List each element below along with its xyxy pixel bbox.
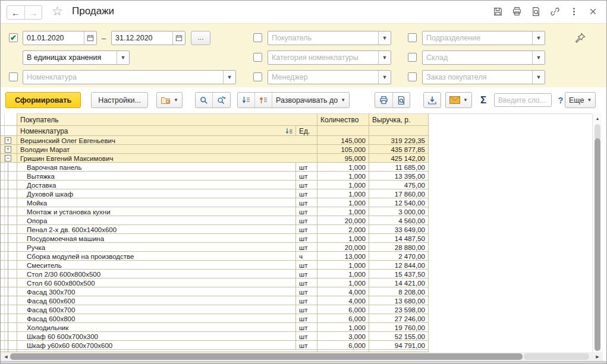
nomenclature-checkbox[interactable] [9,72,18,81]
item-qty-value[interactable]: 1,000 [317,181,369,189]
vertical-scrollbar[interactable]: ▲ [592,113,602,352]
forward-button[interactable]: → [24,6,42,19]
warehouse-checkbox[interactable] [408,53,417,62]
close-icon[interactable] [587,6,598,17]
item-qty-value[interactable]: 20,000 [317,216,369,225]
group-qty-value[interactable]: 95,000 [317,154,369,163]
vertical-scroll-thumb[interactable] [595,138,600,351]
item-qty-value[interactable]: 2,000 [317,225,369,234]
item-qty-value[interactable]: 1,000 [317,207,369,216]
manager-input[interactable] [268,71,378,84]
table-row-item[interactable]: Ручкашт20,00028 880,00 [1,243,429,252]
table-row-item[interactable]: Вытяжкашт1,00013 395,00 [1,172,429,181]
send-email-button[interactable]: ▼ [446,93,471,107]
item-name[interactable]: Вытяжка [17,172,296,181]
scroll-up-icon[interactable]: ▲ [593,115,602,123]
item-unit[interactable]: шт [296,234,317,243]
table-row-item[interactable]: Фасад 600х600шт4,00013 680,00 [1,296,429,305]
expand-plus-icon[interactable]: + [5,146,11,153]
chevron-down-icon[interactable]: ▼ [117,51,129,64]
item-name[interactable]: Опора [17,216,296,225]
table-row-item[interactable]: Шкаф у60х60 600х700х600шт6,00094 791,00 [1,341,429,350]
units-select-value[interactable]: В единицах хранения [23,51,117,64]
print-button[interactable] [375,93,392,107]
link-icon[interactable] [549,6,560,17]
item-name[interactable]: Духовой шкаф [17,189,296,198]
table-row-item[interactable]: Сборка модулей на производствеч13,0002 4… [1,252,429,261]
preview-icon[interactable] [530,6,541,17]
item-name[interactable]: Посудомоечная машина [17,234,296,243]
group-customer-name[interactable]: Гришин Евгений Максимович [17,154,317,163]
item-qty-value[interactable]: 1,000 [317,323,369,332]
table-row-item[interactable]: Холодильникшт1,00019 760,00 [1,323,429,332]
item-qty-value[interactable]: 4,000 [317,296,369,305]
group-qty-value[interactable]: 105,000 [317,145,369,154]
item-qty-value[interactable]: 1,000 [317,234,369,243]
item-name[interactable]: Сборка модулей на производстве [17,252,296,261]
item-revenue-value[interactable]: 33 649,00 [369,225,429,234]
item-name[interactable]: Холодильник [17,323,296,332]
item-revenue-value[interactable]: 27 246,00 [369,314,429,323]
item-revenue-value[interactable]: 14 487,50 [369,234,429,243]
item-revenue-value[interactable]: 94 791,00 [369,341,429,350]
chevron-down-icon[interactable]: ▼ [378,71,391,84]
table-row-item[interactable]: Стол 2/30 600х800х500шт1,00015 437,50 [1,270,429,278]
chevron-down-icon[interactable]: ▼ [223,71,235,84]
item-revenue-value[interactable]: 52 155,00 [369,332,429,341]
item-unit[interactable]: шт [296,243,317,252]
header-item[interactable]: Номенклатура [17,126,296,136]
save-icon[interactable] [492,6,503,17]
settings-button[interactable]: Настройки... [91,92,148,108]
item-qty-value[interactable]: 1,000 [317,278,369,287]
horizontal-scroll-thumb[interactable] [10,353,523,360]
sort-ascending-icon[interactable] [285,128,293,135]
item-name[interactable]: Пенал 2-х дв. 600х1400х600 [17,225,296,234]
favorite-star-icon[interactable]: ☆ [52,4,63,18]
table-row-item[interactable]: Фасад 300х700шт4,0008 208,00 [1,287,429,296]
period-from-input[interactable] [23,31,84,45]
generate-button[interactable]: Сформировать [5,92,81,108]
report-variants-button[interactable]: ▼ [157,93,182,107]
item-name[interactable]: Стол 60 600х800х500 [17,278,296,287]
item-qty-value[interactable]: 1,000 [317,163,369,172]
item-unit[interactable]: шт [296,341,317,350]
item-qty-value[interactable]: 6,000 [317,341,369,350]
item-unit[interactable]: шт [296,189,317,198]
item-revenue-value[interactable]: 13 395,00 [369,172,429,181]
manager-checkbox[interactable] [253,72,262,81]
table-row-group[interactable]: +Вершинский Олег Евгеньевич145,000319 22… [1,136,429,145]
item-revenue-value[interactable]: 23 598,00 [369,305,429,314]
order-input[interactable] [423,71,532,84]
department-input[interactable] [423,31,532,45]
item-unit[interactable]: шт [296,305,317,314]
item-revenue-value[interactable]: 4 560,00 [369,216,429,225]
customer-input[interactable] [268,31,378,45]
item-unit[interactable]: шт [296,314,317,323]
item-revenue-value[interactable]: 13 680,00 [369,296,429,305]
item-name[interactable]: Фасад 600х800 [17,314,296,323]
category-input[interactable] [268,51,378,64]
item-qty-value[interactable]: 6,000 [317,305,369,314]
item-qty-value[interactable]: 20,000 [317,243,369,252]
collapse-minus-icon[interactable]: − [5,155,11,162]
item-name[interactable]: Шкаф у60х60 600х700х600 [17,341,296,350]
more-icon[interactable] [568,6,579,17]
item-revenue-value[interactable]: 19 760,00 [369,323,429,332]
warehouse-input[interactable] [423,51,532,64]
item-name[interactable]: Смеситель [17,261,296,270]
table-row-item[interactable]: Фасад 600х800шт6,00027 246,00 [1,314,429,323]
expand-plus-icon[interactable]: + [5,137,11,144]
item-qty-value[interactable]: 1,000 [317,189,369,198]
item-revenue-value[interactable]: 12 540,00 [369,198,429,207]
back-button[interactable]: ← [7,6,24,19]
group-revenue-value[interactable]: 435 877,85 [369,145,429,154]
item-unit[interactable]: шт [296,270,317,278]
more-actions-button[interactable]: Еще ▼ [565,93,595,107]
table-row-item[interactable]: Фасад 600х700шт6,00023 598,00 [1,305,429,314]
calendar-icon[interactable] [84,31,96,45]
totals-sigma-icon[interactable]: Σ [476,93,490,107]
scroll-right-icon[interactable]: ▶ [593,352,602,361]
period-to-input[interactable] [112,31,172,45]
customer-checkbox[interactable] [253,33,262,42]
item-unit[interactable]: шт [296,172,317,181]
